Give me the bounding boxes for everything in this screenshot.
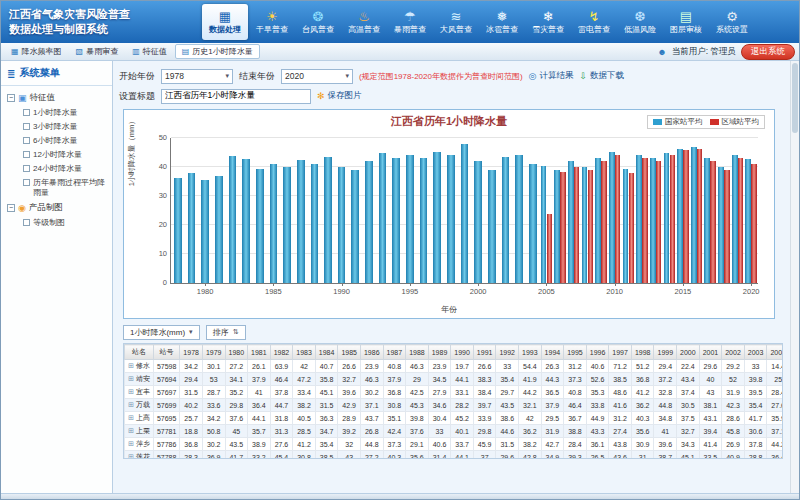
- toolbar-item-data-processing[interactable]: ▦数据处理: [202, 4, 248, 40]
- column-header[interactable]: 1989: [428, 345, 451, 360]
- value-cell: 42: [293, 360, 316, 373]
- collapse-icon[interactable]: −: [7, 204, 15, 212]
- column-header[interactable]: 1985: [338, 345, 361, 360]
- station-expand-icon[interactable]: ⊞: [128, 375, 134, 382]
- column-header[interactable]: 1983: [293, 345, 316, 360]
- checkbox[interactable]: [23, 219, 30, 226]
- column-header[interactable]: 2001: [699, 345, 722, 360]
- column-header[interactable]: 1998: [631, 345, 654, 360]
- table-row[interactable]: ⊞上栗5778118.850.84535.731.328.534.739.226…: [125, 425, 784, 438]
- tree-group-0[interactable]: −▣特征值: [3, 90, 110, 106]
- column-header[interactable]: 站名: [125, 345, 154, 360]
- column-header[interactable]: 1987: [383, 345, 406, 360]
- save-image-button[interactable]: ✻ 保存图片: [317, 90, 362, 102]
- station-expand-icon[interactable]: ⊞: [128, 401, 134, 408]
- tree-group-1[interactable]: −◉产品制图: [3, 200, 110, 216]
- station-expand-icon[interactable]: ⊞: [128, 414, 134, 421]
- column-header[interactable]: 1994: [541, 345, 564, 360]
- logout-button[interactable]: 退出系统: [741, 44, 795, 60]
- toolbar-item-rainstorm-survey[interactable]: ☂暴雨普查: [387, 1, 433, 43]
- table-row[interactable]: ⊞靖安5769429.45334.137.946.447.235.832.746…: [125, 373, 784, 386]
- end-year-select[interactable]: 2020 ▾: [281, 69, 353, 84]
- column-header[interactable]: 2000: [677, 345, 700, 360]
- tree-item-0-1[interactable]: 3小时降水量: [3, 120, 110, 134]
- toolbar-item-system-settings[interactable]: ⚙系统设置: [709, 1, 755, 43]
- station-expand-icon[interactable]: ⊞: [128, 388, 134, 395]
- metric-select[interactable]: 1小时降水(mm) ▾: [123, 325, 200, 340]
- column-header[interactable]: 2003: [744, 345, 767, 360]
- column-header[interactable]: 1997: [609, 345, 632, 360]
- tree-item-0-3[interactable]: 12小时降水量: [3, 148, 110, 162]
- table-row[interactable]: ⊞宜丰5769731.528.735.24137.833.445.139.630…: [125, 386, 784, 399]
- column-header[interactable]: 2004: [767, 345, 783, 360]
- column-header[interactable]: 1990: [451, 345, 474, 360]
- toolbar-item-layer-review[interactable]: ▤图层审核: [663, 1, 709, 43]
- toolbar-item-typhoon-survey[interactable]: ❂台风普查: [295, 1, 341, 43]
- checkbox[interactable]: [23, 165, 30, 172]
- station-expand-icon[interactable]: ⊞: [128, 427, 134, 434]
- column-header[interactable]: 1979: [202, 345, 225, 360]
- station-expand-icon[interactable]: ⊞: [128, 453, 134, 459]
- column-header[interactable]: 1993: [519, 345, 542, 360]
- table-row[interactable]: ⊞万载5769940.233.629.836.444.738.231.542.9…: [125, 399, 784, 412]
- tree-item-0-0[interactable]: 1小时降水量: [3, 106, 110, 120]
- table-row[interactable]: ⊞莲花5778828.336.941.733.245.430.838.54327…: [125, 451, 784, 460]
- checkbox[interactable]: [23, 137, 30, 144]
- station-expand-icon[interactable]: ⊞: [128, 440, 134, 447]
- sort-select[interactable]: 排序 ⇅: [206, 325, 246, 340]
- column-header[interactable]: 1986: [360, 345, 383, 360]
- value-cell: 30.8: [383, 399, 406, 412]
- toolbar-item-hail-survey[interactable]: ❅冰雹普查: [479, 1, 525, 43]
- table-row[interactable]: ⊞修水5759834.230.127.226.163.94240.726.623…: [125, 360, 784, 373]
- app-title-line2: 数据处理与制图系统: [9, 22, 201, 37]
- checkbox[interactable]: [23, 109, 30, 116]
- table-row[interactable]: ⊞上高5769525.734.237.644.131.840.536.328.9…: [125, 412, 784, 425]
- checkbox[interactable]: [23, 151, 30, 158]
- collapse-icon[interactable]: −: [7, 94, 15, 102]
- vertical-scrollbar[interactable]: [790, 61, 799, 493]
- column-header[interactable]: 1984: [315, 345, 338, 360]
- column-header[interactable]: 1992: [496, 345, 519, 360]
- start-year-select[interactable]: 1978 ▾: [161, 69, 233, 84]
- toolbar-item-drought-survey[interactable]: ☀干旱普查: [249, 1, 295, 43]
- tree-item-1-0[interactable]: 等级制图: [3, 216, 110, 230]
- value-cell: 53: [202, 373, 225, 386]
- column-header[interactable]: 2002: [722, 345, 745, 360]
- column-header[interactable]: 1996: [586, 345, 609, 360]
- station-name-cell: ⊞万载: [125, 399, 154, 412]
- toolbar-item-wind-survey[interactable]: ≋大风普查: [433, 1, 479, 43]
- column-header[interactable]: 站号: [153, 345, 179, 360]
- chart-title-input[interactable]: [161, 89, 311, 104]
- tab-2[interactable]: ▥特征值: [126, 45, 173, 58]
- calculate-button[interactable]: ◎ 计算结果: [529, 70, 574, 82]
- checkbox[interactable]: [23, 123, 30, 130]
- download-button[interactable]: ⇩ 数据下载: [579, 70, 624, 82]
- toolbar-item-heat-survey[interactable]: ♨高温普查: [341, 1, 387, 43]
- value-cell: 34.2: [202, 412, 225, 425]
- tree-item-0-2[interactable]: 6小时降水量: [3, 134, 110, 148]
- toolbar-item-snow-survey[interactable]: ❄雪灾普查: [525, 1, 571, 43]
- x-tick-mark: [683, 283, 684, 286]
- toolbar-item-lowtemp-risk[interactable]: ❆低温风险: [617, 1, 663, 43]
- tab-3[interactable]: ▤历史1小时降水量: [175, 44, 260, 59]
- column-header[interactable]: 1991: [473, 345, 496, 360]
- value-cell: 27.6: [767, 399, 783, 412]
- column-header[interactable]: 1980: [225, 345, 248, 360]
- tree-item-0-4[interactable]: 24小时降水量: [3, 162, 110, 176]
- table-row[interactable]: ⊞萍乡5778636.830.243.538.927.641.235.43244…: [125, 438, 784, 451]
- scrollbar-thumb[interactable]: [792, 63, 798, 133]
- column-header[interactable]: 1978: [180, 345, 203, 360]
- tab-1[interactable]: ▧暴雨审查: [70, 45, 125, 58]
- station-expand-icon[interactable]: ⊞: [128, 362, 134, 369]
- column-header[interactable]: 1995: [564, 345, 587, 360]
- x-tick-mark: [615, 283, 616, 286]
- toolbar-item-lightning-survey[interactable]: ↯雷电普查: [571, 1, 617, 43]
- tab-0[interactable]: ▦降水频率图: [5, 45, 68, 58]
- column-header[interactable]: 1999: [654, 345, 677, 360]
- checkbox[interactable]: [23, 179, 30, 186]
- column-header[interactable]: 1988: [406, 345, 429, 360]
- column-header[interactable]: 1981: [248, 345, 271, 360]
- data-table-container[interactable]: 站名站号197819791980198119821983198419851986…: [123, 343, 783, 459]
- tree-item-0-5[interactable]: 历年暴雨过程平均降雨量: [3, 176, 110, 200]
- column-header[interactable]: 1982: [270, 345, 293, 360]
